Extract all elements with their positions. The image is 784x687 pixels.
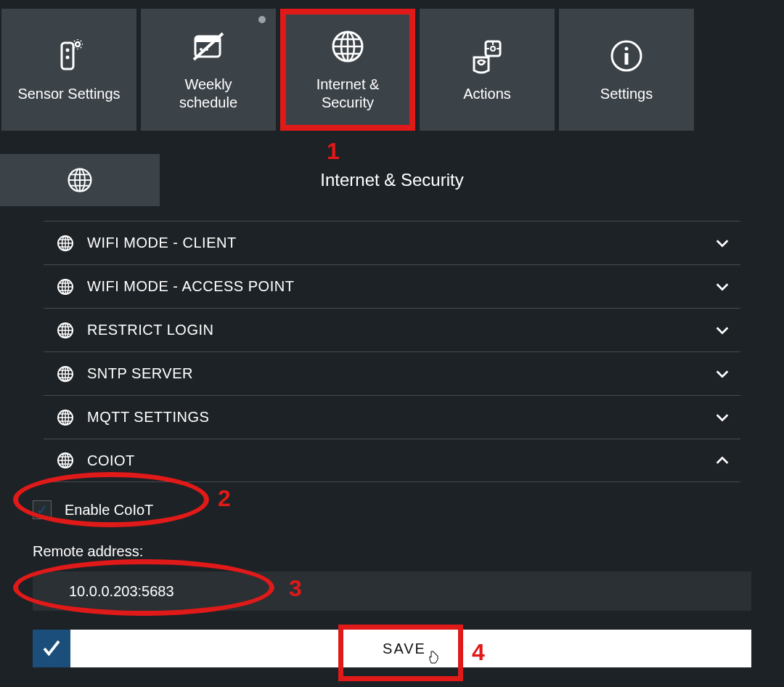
svg-point-3: [75, 42, 80, 46]
tab-weekly-schedule[interactable]: Weekly schedule: [141, 9, 276, 131]
tab-internet-security[interactable]: Internet & Security: [280, 9, 415, 131]
globe-icon: [44, 321, 87, 340]
cursor-icon: [428, 650, 439, 664]
svg-rect-22: [625, 53, 629, 65]
section-icon-box: [0, 154, 160, 206]
enable-coiot-row: ✓ Enable CoIoT: [33, 497, 751, 523]
accordion-label: RESTRICT LOGIN: [87, 322, 704, 338]
accordion-label: WIFI MODE - ACCESS POINT: [87, 278, 704, 295]
chevron-down-icon: [704, 410, 740, 426]
save-button-label: SAVE: [383, 641, 426, 657]
section-header: Internet & Security: [0, 154, 784, 206]
chevron-up-icon: [704, 452, 740, 468]
accordion-sntp[interactable]: SNTP SERVER: [44, 351, 740, 395]
save-check-icon-box: [33, 630, 70, 667]
info-icon: [608, 37, 645, 75]
checkmark-icon: [41, 638, 62, 659]
tab-actions[interactable]: Actions: [420, 9, 555, 131]
actions-icon: [468, 37, 506, 75]
section-title: Internet & Security: [160, 170, 784, 190]
tab-sensor-settings[interactable]: Sensor Settings: [1, 9, 136, 131]
globe-icon: [65, 166, 94, 195]
enable-coiot-label: Enable CoIoT: [65, 502, 153, 519]
accordion-wifi-client[interactable]: WIFI MODE - CLIENT: [44, 221, 740, 264]
accordion-label: WIFI MODE - CLIENT: [87, 235, 704, 251]
top-tabs: Sensor Settings Weekly schedule: [0, 0, 784, 131]
svg-point-1: [66, 48, 70, 52]
tab-label: Internet & Security: [317, 76, 380, 112]
globe-icon: [44, 365, 87, 383]
accordion-label: MQTT SETTINGS: [87, 409, 704, 426]
accordion-label: COIOT: [87, 452, 704, 469]
chevron-down-icon: [704, 279, 740, 295]
accordion-wifi-ap[interactable]: WIFI MODE - ACCESS POINT: [44, 264, 740, 308]
chevron-down-icon: [704, 235, 740, 251]
checkmark-icon: ✓: [36, 503, 49, 517]
chevron-down-icon: [704, 366, 740, 382]
globe-icon: [44, 451, 87, 470]
tab-label: Actions: [463, 85, 511, 103]
globe-icon: [44, 234, 87, 253]
remote-address-label: Remote address:: [33, 543, 751, 560]
globe-icon: [329, 28, 367, 65]
svg-point-2: [66, 55, 70, 59]
accordion-coiot[interactable]: COIOT: [44, 439, 740, 482]
tab-label: Settings: [600, 85, 653, 103]
sensor-icon: [50, 37, 88, 75]
tab-settings[interactable]: Settings: [559, 9, 694, 131]
save-button[interactable]: SAVE: [70, 630, 751, 667]
svg-point-21: [625, 46, 629, 50]
tab-label: Weekly schedule: [179, 76, 237, 112]
accordion-restrict-login[interactable]: RESTRICT LOGIN: [44, 308, 740, 351]
save-row: SAVE: [33, 630, 751, 667]
accordion-label: SNTP SERVER: [87, 365, 704, 382]
calendar-off-icon: [189, 28, 227, 65]
accordion-mqtt[interactable]: MQTT SETTINGS: [44, 395, 740, 439]
accordion-list: WIFI MODE - CLIENT WIFI MODE - ACCESS PO…: [44, 221, 740, 482]
chevron-down-icon: [704, 322, 740, 338]
tab-label: Sensor Settings: [17, 85, 120, 103]
remote-address-input[interactable]: [33, 572, 751, 611]
notification-dot-icon: [258, 16, 266, 23]
globe-icon: [44, 408, 87, 427]
svg-point-16: [491, 46, 495, 51]
globe-icon: [44, 277, 87, 296]
coiot-panel: ✓ Enable CoIoT Remote address: SAVE: [33, 497, 751, 667]
enable-coiot-checkbox[interactable]: ✓: [33, 500, 52, 519]
